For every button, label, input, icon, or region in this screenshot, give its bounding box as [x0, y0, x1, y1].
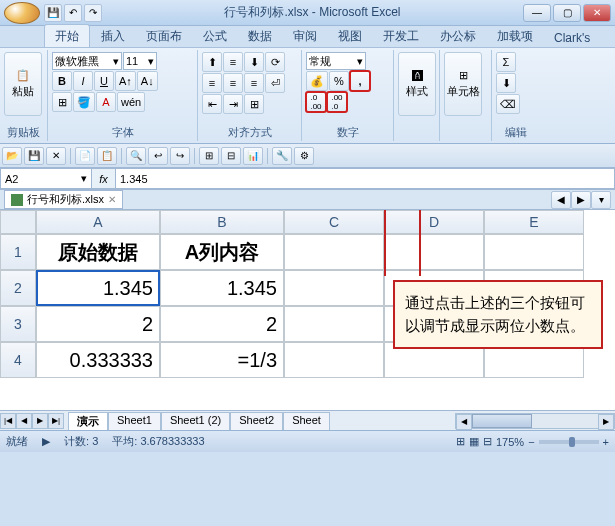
- shrink-font-button[interactable]: A↓: [137, 71, 158, 91]
- col-header-b[interactable]: B: [160, 210, 284, 234]
- clear-button[interactable]: ⌫: [496, 94, 520, 114]
- bold-button[interactable]: B: [52, 71, 72, 91]
- zoom-level[interactable]: 175%: [496, 436, 524, 448]
- align-bottom-button[interactable]: ⬇: [244, 52, 264, 72]
- workbook-tab-close-icon[interactable]: ✕: [108, 194, 116, 205]
- underline-button[interactable]: U: [94, 71, 114, 91]
- wrap-text-button[interactable]: ⏎: [265, 73, 285, 93]
- cell-a1[interactable]: 原始数据: [36, 234, 160, 270]
- increase-decimal-button[interactable]: .0.00: [306, 92, 326, 112]
- view-layout-icon[interactable]: ▦: [469, 435, 479, 448]
- cell-b2[interactable]: 1.345: [160, 270, 284, 306]
- number-format-dropdown[interactable]: 常规▾: [306, 52, 366, 70]
- cell-b1[interactable]: A列内容: [160, 234, 284, 270]
- tool-c-icon[interactable]: 🔍: [126, 147, 146, 165]
- tab-view[interactable]: 视图: [328, 25, 372, 47]
- grow-font-button[interactable]: A↑: [115, 71, 136, 91]
- scroll-right-icon[interactable]: ▶: [598, 414, 614, 430]
- tab-developer[interactable]: 开发工: [373, 25, 429, 47]
- align-center-button[interactable]: ≡: [223, 73, 243, 93]
- sheet-nav-prev-icon[interactable]: ◀: [16, 413, 32, 429]
- sheet-tab-3[interactable]: Sheet2: [230, 412, 283, 430]
- align-left-button[interactable]: ≡: [202, 73, 222, 93]
- sheet-nav-last-icon[interactable]: ▶|: [48, 413, 64, 429]
- paste-button[interactable]: 📋 粘贴: [4, 52, 42, 116]
- wb-nav-right-icon[interactable]: ▶: [571, 191, 591, 209]
- row-header-3[interactable]: 3: [0, 306, 36, 342]
- maximize-button[interactable]: ▢: [553, 4, 581, 22]
- status-macro-icon[interactable]: ▶: [42, 435, 50, 448]
- cell-a2[interactable]: 1.345: [36, 270, 160, 306]
- tab-review[interactable]: 审阅: [283, 25, 327, 47]
- view-break-icon[interactable]: ⊟: [483, 435, 492, 448]
- tool-g-icon[interactable]: ⊟: [221, 147, 241, 165]
- col-header-e[interactable]: E: [484, 210, 584, 234]
- close-button[interactable]: ✕: [583, 4, 611, 22]
- align-right-button[interactable]: ≡: [244, 73, 264, 93]
- decrease-decimal-button[interactable]: .00.0: [327, 92, 347, 112]
- border-button[interactable]: ⊞: [52, 92, 72, 112]
- fill-button[interactable]: ⬇: [496, 73, 516, 93]
- merge-button[interactable]: ⊞: [244, 94, 264, 114]
- formula-input[interactable]: 1.345: [116, 168, 615, 189]
- tool-close-icon[interactable]: ✕: [46, 147, 66, 165]
- cell-b4[interactable]: =1/3: [160, 342, 284, 378]
- tool-d-icon[interactable]: ↩: [148, 147, 168, 165]
- cell-a3[interactable]: 2: [36, 306, 160, 342]
- cell-c3[interactable]: [284, 306, 384, 342]
- qat-redo-icon[interactable]: ↷: [84, 4, 102, 22]
- percent-button[interactable]: %: [329, 71, 349, 91]
- sheet-tab-4[interactable]: Sheet: [283, 412, 330, 430]
- name-box[interactable]: A2▾: [0, 168, 92, 189]
- tool-a-icon[interactable]: 📄: [75, 147, 95, 165]
- col-header-a[interactable]: A: [36, 210, 160, 234]
- tool-f-icon[interactable]: ⊞: [199, 147, 219, 165]
- col-header-d[interactable]: D: [384, 210, 484, 234]
- italic-button[interactable]: I: [73, 71, 93, 91]
- scroll-thumb[interactable]: [472, 414, 532, 428]
- tab-office[interactable]: 办公标: [430, 25, 486, 47]
- font-name-dropdown[interactable]: 微软雅黑▾: [52, 52, 122, 70]
- cells-button[interactable]: ⊞ 单元格: [444, 52, 482, 116]
- office-button[interactable]: [4, 2, 40, 24]
- select-all-corner[interactable]: [0, 210, 36, 234]
- zoom-in-button[interactable]: +: [603, 436, 609, 448]
- sheet-nav-first-icon[interactable]: |◀: [0, 413, 16, 429]
- minimize-button[interactable]: —: [523, 4, 551, 22]
- wb-menu-icon[interactable]: ▾: [591, 191, 611, 209]
- currency-button[interactable]: 💰: [306, 71, 328, 91]
- row-header-1[interactable]: 1: [0, 234, 36, 270]
- phonetic-button[interactable]: wén: [117, 92, 145, 112]
- fx-button[interactable]: fx: [92, 168, 116, 189]
- tab-insert[interactable]: 插入: [91, 25, 135, 47]
- tool-open-icon[interactable]: 📂: [2, 147, 22, 165]
- sheet-tab-1[interactable]: Sheet1: [108, 412, 161, 430]
- horizontal-scrollbar[interactable]: ◀ ▶: [455, 413, 615, 429]
- view-normal-icon[interactable]: ⊞: [456, 435, 465, 448]
- tab-addins[interactable]: 加载项: [487, 25, 543, 47]
- zoom-out-button[interactable]: −: [528, 436, 534, 448]
- cell-c1[interactable]: [284, 234, 384, 270]
- sheet-nav-next-icon[interactable]: ▶: [32, 413, 48, 429]
- tool-b-icon[interactable]: 📋: [97, 147, 117, 165]
- sheet-tab-0[interactable]: 演示: [68, 412, 108, 430]
- cell-c4[interactable]: [284, 342, 384, 378]
- cell-e1[interactable]: [484, 234, 584, 270]
- row-header-4[interactable]: 4: [0, 342, 36, 378]
- tab-pagelayout[interactable]: 页面布: [136, 25, 192, 47]
- tab-formulas[interactable]: 公式: [193, 25, 237, 47]
- sheet-tab-2[interactable]: Sheet1 (2): [161, 412, 230, 430]
- autosum-button[interactable]: Σ: [496, 52, 516, 72]
- tab-clarks[interactable]: Clark's: [544, 28, 600, 47]
- orientation-button[interactable]: ⟳: [265, 52, 285, 72]
- row-header-2[interactable]: 2: [0, 270, 36, 306]
- tab-data[interactable]: 数据: [238, 25, 282, 47]
- zoom-slider[interactable]: [539, 440, 599, 444]
- workbook-tab[interactable]: 行号和列标.xlsx ✕: [4, 190, 123, 209]
- styles-button[interactable]: 🅰 样式: [398, 52, 436, 116]
- tool-h-icon[interactable]: 📊: [243, 147, 263, 165]
- wb-nav-left-icon[interactable]: ◀: [551, 191, 571, 209]
- tool-i-icon[interactable]: 🔧: [272, 147, 292, 165]
- increase-indent-button[interactable]: ⇥: [223, 94, 243, 114]
- col-header-c[interactable]: C: [284, 210, 384, 234]
